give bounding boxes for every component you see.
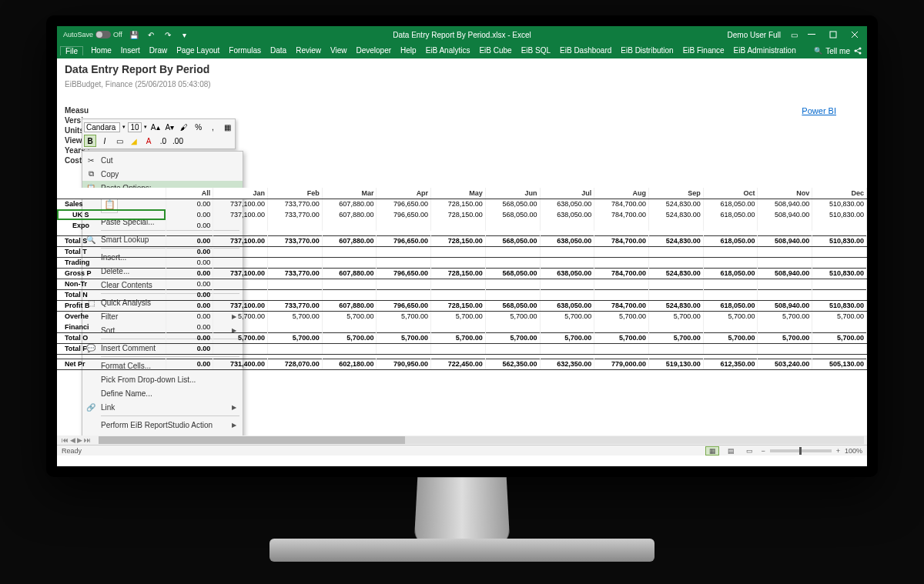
data-cell[interactable]: 618,050.00 bbox=[703, 235, 758, 246]
menu-item-cut[interactable]: ✂Cut bbox=[82, 153, 243, 167]
format-painter-icon[interactable]: 🖌 bbox=[178, 121, 190, 133]
data-cell[interactable] bbox=[649, 246, 704, 257]
undo-icon[interactable]: ↶ bbox=[146, 29, 156, 40]
data-cell[interactable] bbox=[758, 279, 812, 289]
minimize-button[interactable] bbox=[802, 26, 821, 43]
data-cell[interactable]: 607,880.00 bbox=[322, 268, 377, 279]
data-cell[interactable]: 568,050.00 bbox=[485, 235, 540, 246]
data-cell[interactable] bbox=[267, 246, 322, 257]
data-cell[interactable] bbox=[758, 257, 812, 268]
tell-me[interactable]: Tell me bbox=[825, 47, 850, 55]
increase-decimal-icon[interactable]: .00 bbox=[172, 135, 184, 147]
redo-icon[interactable]: ↷ bbox=[162, 29, 173, 40]
data-cell[interactable]: 503,240.00 bbox=[758, 359, 812, 369]
data-cell[interactable]: 5,700.00 bbox=[649, 311, 704, 322]
data-cell[interactable]: 0.00 bbox=[166, 235, 213, 246]
data-cell[interactable] bbox=[267, 343, 322, 354]
maximize-button[interactable] bbox=[824, 26, 842, 43]
data-cell[interactable]: 607,880.00 bbox=[322, 300, 377, 311]
data-cell[interactable] bbox=[812, 289, 867, 300]
data-cell[interactable]: 638,050.00 bbox=[540, 300, 594, 311]
data-cell[interactable] bbox=[322, 246, 377, 257]
data-cell[interactable]: 0.00 bbox=[166, 343, 213, 354]
data-cell[interactable] bbox=[431, 279, 486, 289]
data-cell[interactable]: 733,770.00 bbox=[267, 199, 322, 209]
data-cell[interactable]: 728,070.00 bbox=[267, 359, 322, 369]
user-name[interactable]: Demo User Full bbox=[728, 31, 781, 39]
data-cell[interactable] bbox=[649, 279, 704, 289]
data-cell[interactable]: 524,830.00 bbox=[649, 235, 704, 246]
data-cell[interactable]: 607,880.00 bbox=[322, 209, 377, 220]
data-cell[interactable] bbox=[594, 289, 649, 300]
data-cell[interactable] bbox=[594, 220, 649, 231]
data-cell[interactable]: 5,700.00 bbox=[377, 311, 431, 322]
data-cell[interactable] bbox=[431, 246, 486, 257]
ribbon-tab-file[interactable]: File bbox=[60, 46, 83, 55]
data-cell[interactable]: 733,770.00 bbox=[267, 268, 322, 279]
data-cell[interactable]: 519,130.00 bbox=[649, 359, 704, 369]
data-cell[interactable]: 505,130.00 bbox=[812, 359, 867, 369]
data-cell[interactable] bbox=[377, 322, 431, 332]
data-cell[interactable]: 618,050.00 bbox=[703, 268, 758, 279]
ribbon-tab-eib-administration[interactable]: EiB Administration bbox=[729, 46, 801, 55]
data-cell[interactable] bbox=[649, 289, 704, 300]
data-cell[interactable]: 5,700.00 bbox=[213, 332, 268, 343]
data-grid[interactable]: AllJanFebMarAprMayJunJulAugSepOctNovDecS… bbox=[57, 188, 867, 435]
data-cell[interactable]: 5,700.00 bbox=[812, 332, 867, 343]
data-cell[interactable] bbox=[649, 322, 704, 332]
data-cell[interactable] bbox=[322, 289, 377, 300]
data-cell[interactable]: 5,700.00 bbox=[431, 332, 486, 343]
data-cell[interactable] bbox=[812, 279, 867, 289]
data-cell[interactable] bbox=[758, 289, 812, 300]
save-icon[interactable]: 💾 bbox=[129, 29, 139, 40]
data-cell[interactable] bbox=[377, 246, 431, 257]
menu-item-copy[interactable]: ⧉Copy bbox=[82, 167, 243, 181]
ribbon-tab-developer[interactable]: Developer bbox=[351, 46, 396, 55]
data-cell[interactable]: 5,700.00 bbox=[485, 311, 540, 322]
autosave-toggle[interactable]: AutoSave Off bbox=[63, 31, 122, 38]
data-cell[interactable]: 737,100.00 bbox=[213, 199, 268, 209]
data-cell[interactable] bbox=[703, 279, 758, 289]
ribbon-tab-eib-sql[interactable]: EiB SQL bbox=[517, 46, 555, 55]
data-cell[interactable]: 618,050.00 bbox=[703, 199, 758, 209]
data-cell[interactable] bbox=[649, 257, 704, 268]
data-cell[interactable] bbox=[322, 343, 377, 354]
data-cell[interactable]: 731,400.00 bbox=[213, 359, 268, 369]
data-cell[interactable]: 568,050.00 bbox=[485, 300, 540, 311]
data-cell[interactable] bbox=[431, 220, 486, 231]
data-cell[interactable] bbox=[540, 289, 594, 300]
data-cell[interactable]: 5,700.00 bbox=[322, 332, 377, 343]
percent-icon[interactable]: % bbox=[192, 121, 205, 133]
data-cell[interactable]: 0.00 bbox=[166, 279, 213, 289]
data-cell[interactable] bbox=[703, 343, 758, 354]
data-cell[interactable] bbox=[322, 279, 377, 289]
data-cell[interactable] bbox=[485, 220, 540, 231]
data-cell[interactable] bbox=[431, 322, 486, 332]
data-cell[interactable] bbox=[267, 220, 322, 231]
ribbon-tab-help[interactable]: Help bbox=[396, 46, 421, 55]
ribbon-tab-home[interactable]: Home bbox=[86, 46, 116, 55]
data-cell[interactable]: 510,830.00 bbox=[812, 209, 867, 220]
data-cell[interactable]: 508,940.00 bbox=[758, 300, 812, 311]
data-cell[interactable]: 638,050.00 bbox=[540, 235, 594, 246]
data-cell[interactable]: 5,700.00 bbox=[758, 311, 812, 322]
data-cell[interactable] bbox=[540, 279, 594, 289]
ribbon-tab-eib-analytics[interactable]: EiB Analytics bbox=[421, 46, 475, 55]
zoom-out-button[interactable]: − bbox=[761, 447, 765, 455]
data-cell[interactable] bbox=[377, 220, 431, 231]
data-cell[interactable] bbox=[377, 343, 431, 354]
ribbon-tab-draw[interactable]: Draw bbox=[145, 46, 172, 55]
data-cell[interactable]: 510,830.00 bbox=[812, 300, 867, 311]
data-cell[interactable]: 5,700.00 bbox=[594, 311, 649, 322]
merge-icon[interactable]: ▦ bbox=[221, 121, 233, 133]
data-cell[interactable]: 508,940.00 bbox=[758, 235, 812, 246]
data-cell[interactable]: 796,650.00 bbox=[377, 268, 431, 279]
data-cell[interactable] bbox=[812, 343, 867, 354]
data-cell[interactable]: 5,700.00 bbox=[703, 311, 758, 322]
data-cell[interactable]: 638,050.00 bbox=[540, 268, 594, 279]
data-cell[interactable]: 5,700.00 bbox=[758, 332, 812, 343]
power-bi-link[interactable]: Power BI bbox=[802, 106, 836, 115]
data-cell[interactable]: 510,830.00 bbox=[812, 268, 867, 279]
data-cell[interactable] bbox=[485, 322, 540, 332]
data-cell[interactable]: 562,350.00 bbox=[485, 359, 540, 369]
